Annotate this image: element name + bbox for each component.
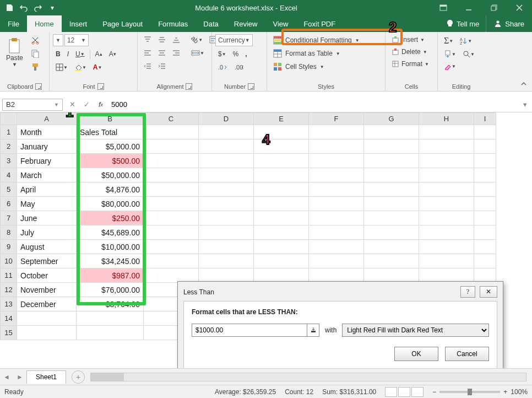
cell-E6[interactable] <box>254 197 309 211</box>
cell-G2[interactable] <box>364 139 419 154</box>
cell-F8[interactable] <box>309 225 364 240</box>
cell-F9[interactable] <box>309 240 364 254</box>
cell-C9[interactable] <box>144 240 199 254</box>
tab-review[interactable]: Review <box>226 15 265 32</box>
row-header-15[interactable]: 15 <box>1 326 17 340</box>
cell-D9[interactable] <box>199 240 254 254</box>
column-header-F[interactable]: F <box>309 113 364 125</box>
cell-A7[interactable]: June <box>17 211 77 225</box>
row-header-5[interactable]: 5 <box>1 182 17 197</box>
tab-page-layout[interactable]: Page Layout <box>95 15 150 32</box>
row-header-8[interactable]: 8 <box>1 225 17 240</box>
tab-file[interactable]: File <box>0 15 27 32</box>
cell-F3[interactable] <box>309 154 364 168</box>
column-header-I[interactable]: I <box>474 113 496 125</box>
cell-E11[interactable] <box>254 268 309 283</box>
undo-icon[interactable] <box>18 2 30 14</box>
decrease-decimal-button[interactable]: .00 <box>232 62 247 73</box>
cell-I6[interactable] <box>474 197 496 211</box>
cell-A6[interactable]: May <box>17 197 77 211</box>
cell-F2[interactable] <box>309 139 364 154</box>
cell-F11[interactable] <box>309 268 364 283</box>
row-header-13[interactable]: 13 <box>1 297 17 311</box>
dialog-help-button[interactable]: ? <box>460 286 475 298</box>
cell-F1[interactable] <box>309 125 364 139</box>
cell-I7[interactable] <box>474 211 496 225</box>
cell-B5[interactable]: $4,876.00 <box>77 182 144 197</box>
cell-A9[interactable]: August <box>17 240 77 254</box>
tab-data[interactable]: Data <box>196 15 226 32</box>
less-than-value-input[interactable] <box>192 326 307 334</box>
cell-D10[interactable] <box>199 254 254 268</box>
format-style-select[interactable]: Light Red Fill with Dark Red Text <box>342 324 489 337</box>
cell-B3[interactable]: $500.00 <box>77 154 144 168</box>
cell-A3[interactable]: February <box>17 154 77 168</box>
cell-I5[interactable] <box>474 182 496 197</box>
percent-format-button[interactable]: % <box>230 49 242 60</box>
alignment-dialog-launcher[interactable] <box>186 83 192 90</box>
cut-button[interactable] <box>28 34 42 46</box>
scrollbar-thumb[interactable] <box>91 373 124 381</box>
cell-H8[interactable] <box>419 225 474 240</box>
cell-B9[interactable]: $10,000.00 <box>77 240 144 254</box>
cell-styles-button[interactable]: Cell Styles▼ <box>270 61 327 73</box>
comma-format-button[interactable]: , <box>242 49 249 60</box>
cell-F4[interactable] <box>309 168 364 182</box>
row-header-1[interactable]: 1 <box>1 125 17 139</box>
cell-B6[interactable]: $80,000.00 <box>77 197 144 211</box>
zoom-slider[interactable]: − + 100% <box>432 388 528 396</box>
tab-foxit-pdf[interactable]: Foxit PDF <box>296 15 343 32</box>
cell-G10[interactable] <box>364 254 419 268</box>
cell-C6[interactable] <box>144 197 199 211</box>
copy-button[interactable] <box>28 47 42 60</box>
cell-I4[interactable] <box>474 168 496 182</box>
cell-G8[interactable] <box>364 225 419 240</box>
horizontal-scrollbar[interactable] <box>90 373 526 381</box>
cell-C8[interactable] <box>144 225 199 240</box>
format-as-table-button[interactable]: Format as Table▼ <box>270 47 343 60</box>
row-header-3[interactable]: 3 <box>1 154 17 168</box>
cell-A5[interactable]: April <box>17 182 77 197</box>
conditional-formatting-button[interactable]: Conditional Formatting▼ <box>270 34 362 46</box>
tab-home[interactable]: Home <box>27 15 62 32</box>
cell-B12[interactable]: $76,000.00 <box>77 283 144 297</box>
save-icon[interactable] <box>3 2 15 14</box>
cell-B15[interactable] <box>77 326 144 340</box>
decrease-font-button[interactable]: A▾ <box>106 49 119 60</box>
cell-A10[interactable]: September <box>17 254 77 268</box>
cell-E8[interactable] <box>254 225 309 240</box>
cell-I11[interactable] <box>474 268 496 283</box>
format-cells-button[interactable]: Format▼ <box>389 58 432 69</box>
cell-H9[interactable] <box>419 240 474 254</box>
cell-G5[interactable] <box>364 182 419 197</box>
align-right-button[interactable] <box>170 47 183 58</box>
align-left-button[interactable] <box>141 47 154 58</box>
cell-A12[interactable]: November <box>17 283 77 297</box>
sort-filter-button[interactable]: AZ▼ <box>457 35 475 46</box>
cell-F6[interactable] <box>309 197 364 211</box>
ok-button[interactable]: OK <box>394 347 438 361</box>
share-button[interactable]: Share <box>486 15 532 32</box>
cell-G1[interactable] <box>364 125 419 139</box>
collapse-dialog-icon[interactable] <box>307 324 319 336</box>
column-header-A[interactable]: A <box>17 113 77 125</box>
cell-I8[interactable] <box>474 225 496 240</box>
cell-F7[interactable] <box>309 211 364 225</box>
minimize-icon[interactable] <box>456 0 481 15</box>
cell-A8[interactable]: July <box>17 225 77 240</box>
cell-E3[interactable] <box>254 154 309 168</box>
find-select-button[interactable]: ▼ <box>460 49 477 60</box>
column-header-C[interactable]: C <box>144 113 199 125</box>
insert-cells-button[interactable]: Insert▼ <box>389 34 427 45</box>
font-size-select[interactable]: 12▼ <box>64 34 89 46</box>
page-break-view-button[interactable] <box>411 387 424 397</box>
cell-G3[interactable] <box>364 154 419 168</box>
paste-button[interactable]: Paste ▼ <box>3 34 26 71</box>
increase-indent-button[interactable] <box>155 61 169 72</box>
cell-H6[interactable] <box>419 197 474 211</box>
font-dialog-launcher[interactable] <box>97 83 104 90</box>
tell-me[interactable]: Tell me <box>440 15 486 32</box>
cell-D4[interactable] <box>199 168 254 182</box>
insert-function-button[interactable]: fx <box>94 99 108 111</box>
row-header-10[interactable]: 10 <box>1 254 17 268</box>
